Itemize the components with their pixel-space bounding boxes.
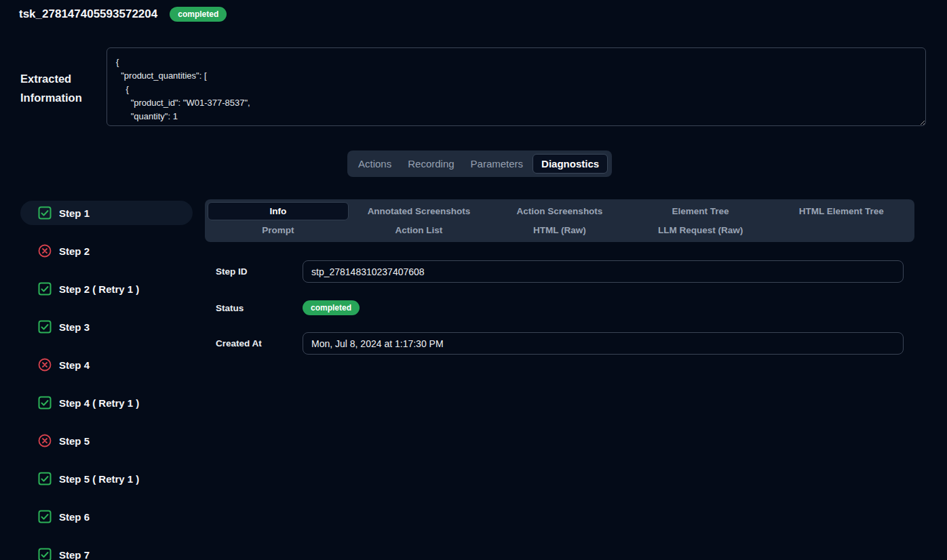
checkbox-checked-icon: [38, 320, 52, 334]
step-label: Step 2 ( Retry 1 ): [59, 283, 139, 295]
checkbox-checked-icon: [38, 510, 52, 523]
subtab-action-screenshots[interactable]: Action Screenshots: [489, 202, 630, 220]
tab-recording[interactable]: Recording: [401, 154, 461, 174]
task-detail-page: tsk_278147405593572204 completed Extract…: [0, 0, 947, 560]
step-label: Step 5 ( Retry 1 ): [59, 473, 139, 485]
steps-sidebar: Step 1 Step 2 Step 2 ( Retry 1 ) Step 3 …: [20, 201, 193, 560]
task-id-title: tsk_278147405593572204: [19, 7, 157, 21]
step-item-2[interactable]: Step 2: [20, 239, 193, 263]
step-id-input[interactable]: [303, 260, 904, 283]
task-status-badge: completed: [170, 7, 227, 22]
step-item-2-retry-1[interactable]: Step 2 ( Retry 1 ): [20, 277, 193, 301]
step-id-label: Step ID: [216, 266, 303, 277]
subtab-element-tree[interactable]: Element Tree: [630, 202, 771, 220]
step-status-badge: completed: [303, 300, 360, 315]
tab-diagnostics[interactable]: Diagnostics: [533, 154, 608, 174]
subtab-action-list[interactable]: Action List: [349, 221, 490, 239]
header: tsk_278147405593572204 completed: [19, 7, 227, 22]
subtab-html-element-tree[interactable]: HTML Element Tree: [771, 202, 912, 220]
step-label: Step 4: [59, 359, 90, 371]
step-item-5[interactable]: Step 5: [20, 428, 193, 453]
created-at-row: Created At: [216, 332, 904, 355]
status-label: Status: [216, 303, 303, 313]
step-item-5-retry-1[interactable]: Step 5 ( Retry 1 ): [20, 466, 193, 491]
step-label: Step 3: [59, 321, 90, 333]
subtab-annotated-screenshots[interactable]: Annotated Screenshots: [349, 202, 490, 220]
step-label: Step 7: [59, 549, 90, 560]
subtab-info[interactable]: Info: [208, 202, 349, 220]
status-row: Status completed: [216, 300, 360, 315]
step-label: Step 6: [59, 511, 90, 523]
checkbox-checked-icon: [38, 396, 52, 409]
checkbox-checked-icon: [38, 206, 52, 220]
tab-parameters[interactable]: Parameters: [464, 154, 530, 174]
step-item-7[interactable]: Step 7: [20, 542, 193, 560]
step-label: Step 5: [59, 435, 90, 447]
diagnostics-subtab-bar: Info Annotated Screenshots Action Screen…: [205, 199, 914, 242]
step-label: Step 4 ( Retry 1 ): [59, 397, 139, 409]
subtab-llm-request-raw[interactable]: LLM Request (Raw): [630, 221, 771, 239]
checkbox-checked-icon: [38, 472, 52, 485]
created-at-label: Created At: [216, 338, 303, 348]
x-circle-icon: [38, 358, 52, 372]
subtab-html-raw[interactable]: HTML (Raw): [489, 221, 630, 239]
x-circle-icon: [38, 434, 52, 447]
step-id-row: Step ID: [216, 260, 904, 283]
x-circle-icon: [38, 244, 52, 258]
step-item-1[interactable]: Step 1: [20, 201, 193, 225]
extracted-information-textarea[interactable]: { "product_quantities": [ { "product_id"…: [107, 47, 926, 126]
step-item-3[interactable]: Step 3: [20, 315, 193, 339]
main-tab-bar: Actions Recording Parameters Diagnostics: [347, 151, 612, 177]
step-item-6[interactable]: Step 6: [20, 504, 193, 529]
checkbox-checked-icon: [38, 548, 52, 560]
step-item-4-retry-1[interactable]: Step 4 ( Retry 1 ): [20, 391, 193, 415]
step-item-4[interactable]: Step 4: [20, 353, 193, 377]
created-at-input[interactable]: [303, 332, 904, 355]
tab-actions[interactable]: Actions: [351, 154, 398, 174]
step-label: Step 2: [59, 245, 90, 257]
extracted-information-label: Extracted Information: [20, 69, 102, 107]
subtab-prompt[interactable]: Prompt: [208, 221, 349, 239]
step-label: Step 1: [59, 207, 90, 219]
checkbox-checked-icon: [38, 282, 52, 296]
